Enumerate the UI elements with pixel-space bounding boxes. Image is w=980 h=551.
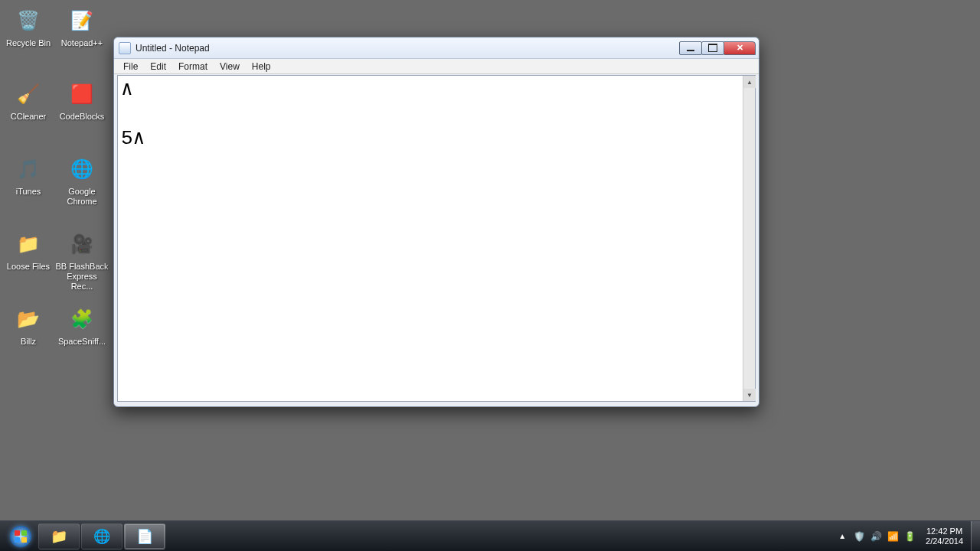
system-tray: ▲ 🛡️🔊📶🔋 12:42 PM 2/24/2014 [834, 521, 980, 552]
window-title: Untitled - Notepad [136, 43, 680, 54]
svg-rect-1 [15, 530, 20, 536]
scroll-down-arrow-icon[interactable]: ▼ [743, 389, 756, 401]
app-icon: 🗑️ [12, 5, 44, 37]
app-icon: 🧹 [12, 78, 44, 110]
svg-rect-4 [21, 537, 27, 543]
icon-label: CCleaner [2, 112, 55, 122]
icon-label: Billz [2, 337, 55, 347]
desktop-icon-i3[interactable]: 🟥CodeBlocks [55, 78, 109, 122]
tray-icon-0[interactable]: 🛡️ [852, 530, 866, 543]
menu-file[interactable]: File [117, 60, 144, 73]
menubar: FileEditFormatViewHelp [114, 59, 759, 74]
desktop-icon-i2[interactable]: 🧹CCleaner [2, 78, 55, 122]
desktop-icon-i1[interactable]: 📝Notepad++ [55, 5, 109, 48]
desktop-icon-i4[interactable]: 🎵iTunes [2, 153, 55, 197]
desktop-icon-i6[interactable]: 📁Loose Files [2, 228, 55, 272]
svg-rect-3 [15, 537, 20, 543]
window-controls [680, 41, 756, 55]
desktop-icon-i7[interactable]: 🎥BB FlashBack Express Rec... [55, 228, 109, 292]
desktop-icon-i8[interactable]: 📂Billz [2, 303, 55, 347]
show-desktop-button[interactable] [971, 521, 980, 552]
icon-label: Recycle Bin [2, 38, 55, 48]
tray-overflow-button[interactable]: ▲ [834, 532, 851, 540]
icon-label: Loose Files [2, 262, 55, 272]
app-icon: 🎵 [12, 153, 44, 185]
vertical-scrollbar[interactable]: ▲ ▼ [743, 76, 755, 401]
desktop-icon-i9[interactable]: 🧩SpaceSniff... [55, 303, 109, 347]
taskbar-button-notepad[interactable]: 📄 [124, 523, 165, 549]
windows-logo-icon [9, 525, 32, 548]
taskbar-button-explorer[interactable]: 📁 [38, 523, 80, 549]
app-icon: 📂 [12, 303, 44, 335]
app-icon: 📝 [66, 5, 98, 37]
taskbar: 📁🌐📄 ▲ 🛡️🔊📶🔋 12:42 PM 2/24/2014 [0, 520, 980, 551]
notepad-icon: 📄 [136, 528, 153, 545]
icon-label: BB FlashBack Express Rec... [55, 262, 109, 292]
app-icon: 🎥 [66, 228, 98, 260]
tray-icon-1[interactable]: 🔊 [869, 530, 883, 543]
icon-label: Notepad++ [55, 38, 109, 48]
icon-label: Google Chrome [55, 187, 109, 207]
explorer-icon: 📁 [51, 528, 67, 545]
menu-format[interactable]: Format [172, 60, 214, 73]
text-editor[interactable]: ∧ 5∧ [118, 76, 743, 401]
menu-view[interactable]: View [214, 60, 246, 73]
desktop-icon-i0[interactable]: 🗑️Recycle Bin [2, 5, 55, 48]
clock-time: 12:42 PM [926, 527, 963, 536]
app-icon: 🌐 [66, 153, 98, 185]
notepad-window: Untitled - Notepad FileEditFormatViewHel… [113, 37, 760, 407]
notepad-icon [119, 42, 131, 54]
taskbar-button-chrome[interactable]: 🌐 [81, 523, 122, 549]
tray-icon-3[interactable]: 🔋 [903, 530, 916, 543]
icon-label: iTunes [2, 187, 55, 197]
tray-icon-2[interactable]: 📶 [886, 530, 900, 543]
editor-area: ∧ 5∧ ▲ ▼ [117, 75, 756, 402]
clock-date: 2/24/2014 [926, 536, 963, 546]
chrome-icon: 🌐 [93, 528, 110, 545]
scroll-up-arrow-icon[interactable]: ▲ [743, 76, 756, 88]
menu-edit[interactable]: Edit [144, 60, 172, 73]
maximize-button[interactable] [701, 41, 724, 55]
clock[interactable]: 12:42 PM 2/24/2014 [918, 527, 971, 546]
svg-rect-2 [21, 530, 27, 536]
icon-label: SpaceSniff... [55, 337, 109, 347]
titlebar[interactable]: Untitled - Notepad [114, 37, 759, 59]
menu-help[interactable]: Help [246, 60, 277, 73]
close-button[interactable] [724, 41, 756, 55]
desktop-icon-i5[interactable]: 🌐Google Chrome [55, 153, 109, 207]
app-icon: 🟥 [66, 78, 98, 110]
icon-label: CodeBlocks [55, 112, 109, 122]
app-icon: 📁 [12, 228, 44, 260]
app-icon: 🧩 [66, 303, 98, 335]
start-button[interactable] [5, 523, 37, 549]
minimize-button[interactable] [679, 41, 702, 55]
svg-point-0 [10, 526, 31, 547]
